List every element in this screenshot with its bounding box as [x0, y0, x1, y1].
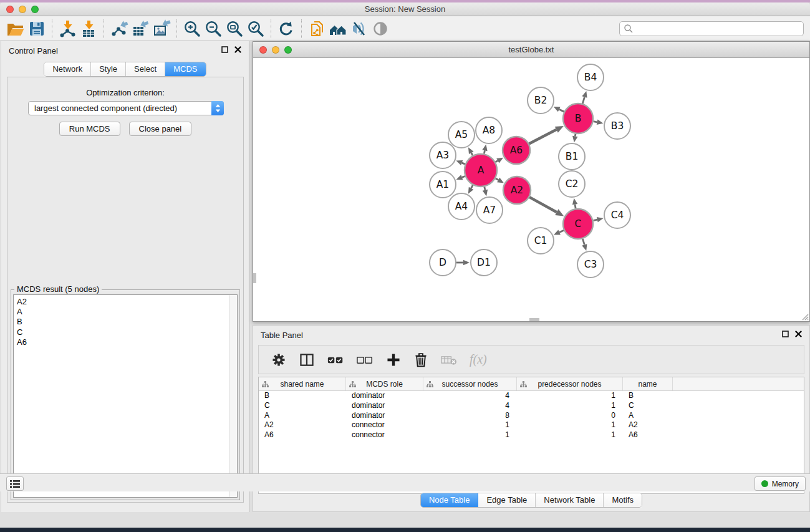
table-row[interactable]: A6connector11A6: [259, 430, 804, 440]
tab-style[interactable]: Style: [91, 62, 126, 76]
float-panel-icon[interactable]: [221, 46, 228, 53]
graph-node-B2[interactable]: B2: [528, 87, 554, 114]
table-cell[interactable]: connector: [346, 430, 423, 440]
table-cell[interactable]: A: [623, 411, 673, 421]
tab-select[interactable]: Select: [126, 62, 165, 76]
graph-node-D[interactable]: D: [430, 249, 456, 276]
add-column-button[interactable]: [385, 352, 402, 368]
table-cell[interactable]: 0: [517, 411, 623, 421]
graph-node-B4[interactable]: B4: [577, 64, 604, 90]
memory-button[interactable]: Memory: [755, 476, 806, 491]
table-cell[interactable]: C: [259, 401, 346, 411]
table-cell[interactable]: dominator: [346, 411, 423, 421]
graph-edge-A-A3[interactable]: [456, 160, 465, 165]
task-history-button[interactable]: [6, 476, 24, 491]
graph-node-A6[interactable]: A6: [503, 137, 530, 164]
table-cell[interactable]: dominator: [346, 391, 423, 401]
network-canvas[interactable]: B4B2BB3A8A5A6A3B1AA1C2A2A4A7C4CC1C3DD1: [253, 58, 809, 321]
graph-node-B1[interactable]: B1: [559, 143, 585, 170]
column-header-shared-name[interactable]: shared name: [259, 377, 346, 390]
close-panel-icon[interactable]: [234, 46, 241, 53]
zoom-fit-button[interactable]: [224, 19, 245, 39]
zoom-out-button[interactable]: [203, 19, 224, 39]
resize-grip-icon[interactable]: [801, 312, 809, 321]
table-cell[interactable]: 1: [423, 430, 517, 440]
graph-edge-D-D1[interactable]: [456, 260, 470, 266]
column-header-name[interactable]: name: [623, 377, 673, 390]
graph-node-C[interactable]: C: [563, 209, 593, 239]
search-box[interactable]: [619, 21, 804, 36]
table-cell[interactable]: 4: [423, 401, 517, 411]
graph-edge-A-A8[interactable]: [482, 145, 487, 154]
column-header-predecessor-nodes[interactable]: predecessor nodes: [517, 377, 623, 390]
table-cell[interactable]: A2: [259, 420, 346, 430]
mcds-result-item[interactable]: B: [17, 317, 227, 327]
close-panel-button[interactable]: Close panel: [129, 122, 192, 136]
duplicate-network-button[interactable]: [306, 19, 327, 39]
column-header-successor-nodes[interactable]: successor nodes: [423, 377, 517, 390]
graph-edge-A-A6[interactable]: [496, 158, 504, 163]
table-cell[interactable]: A2: [623, 420, 673, 430]
graph-edge-A-A7[interactable]: [483, 186, 488, 196]
graph-node-A2[interactable]: A2: [503, 177, 531, 204]
export-image-button[interactable]: [151, 19, 172, 39]
table-cell[interactable]: B: [259, 391, 346, 401]
graph-edge-B-B4[interactable]: [582, 91, 587, 104]
graph-edge-A-A2[interactable]: [496, 178, 504, 183]
graph-node-A3[interactable]: A3: [430, 142, 456, 168]
table-cell[interactable]: 1: [517, 420, 623, 430]
run-mcds-button[interactable]: Run MCDS: [59, 122, 120, 136]
table-cell[interactable]: A6: [623, 430, 673, 440]
mcds-result-item[interactable]: A6: [17, 337, 227, 347]
table-cell[interactable]: 1: [423, 420, 517, 430]
import-network-button[interactable]: [57, 19, 78, 39]
split-table-button[interactable]: [299, 352, 315, 368]
graph-node-A4[interactable]: A4: [448, 193, 475, 220]
table-cell[interactable]: connector: [346, 420, 423, 430]
graph-edge-A-A1[interactable]: [456, 175, 465, 180]
graph-node-A8[interactable]: A8: [476, 117, 502, 143]
graph-edge-A-A5[interactable]: [468, 147, 474, 155]
table-cell[interactable]: 4: [423, 391, 517, 401]
graph-node-A[interactable]: A: [465, 154, 497, 186]
open-file-button[interactable]: [5, 19, 26, 39]
graph-edge-C-C4[interactable]: [593, 217, 603, 222]
float-panel-icon[interactable]: [782, 331, 789, 337]
function-builder-button[interactable]: f(x): [470, 352, 487, 367]
criterion-dropdown[interactable]: largest connected component (directed): [28, 101, 224, 115]
mcds-result-item[interactable]: C: [17, 327, 227, 337]
graph-edge-C-C1[interactable]: [554, 230, 564, 235]
table-cell[interactable]: A: [259, 411, 346, 421]
graph-edge-B-B3[interactable]: [594, 120, 604, 125]
graph-edge-C-C2[interactable]: [572, 198, 577, 209]
hide-all-columns-button[interactable]: [356, 352, 374, 368]
graph-node-A7[interactable]: A7: [476, 197, 503, 223]
graph-node-C1[interactable]: C1: [528, 228, 554, 254]
table-cell[interactable]: B: [623, 391, 673, 401]
table-cell[interactable]: 1: [517, 401, 623, 411]
graph-node-B3[interactable]: B3: [604, 113, 630, 139]
tab-network-table[interactable]: Network Table: [536, 493, 604, 507]
delete-table-button[interactable]: [440, 352, 458, 367]
table-cell[interactable]: dominator: [346, 401, 423, 411]
graph-node-C4[interactable]: C4: [604, 202, 630, 228]
zoom-in-button[interactable]: [181, 19, 203, 39]
show-graphics-details-button[interactable]: [370, 19, 391, 39]
delete-column-button[interactable]: [413, 352, 428, 368]
table-row[interactable]: A2connector11A2: [259, 420, 804, 430]
tab-mcds[interactable]: MCDS: [165, 62, 205, 76]
show-all-columns-button[interactable]: [327, 352, 344, 368]
import-table-button[interactable]: [78, 19, 99, 39]
graph-edge-B-B2[interactable]: [554, 107, 564, 112]
table-row[interactable]: Cdominator41C: [259, 401, 804, 411]
close-panel-icon[interactable]: [795, 331, 802, 337]
search-input[interactable]: [634, 23, 803, 34]
table-cell[interactable]: C: [623, 401, 673, 411]
tab-edge-table[interactable]: Edge Table: [478, 493, 536, 507]
graph-edge-B-B1[interactable]: [572, 134, 577, 143]
mcds-result-item[interactable]: A: [17, 307, 227, 317]
graph-edge-A6-B[interactable]: [529, 126, 563, 144]
column-header-MCDS-role[interactable]: MCDS role: [346, 377, 423, 390]
table-row[interactable]: Bdominator41B: [259, 391, 804, 401]
refresh-button[interactable]: [276, 19, 297, 39]
